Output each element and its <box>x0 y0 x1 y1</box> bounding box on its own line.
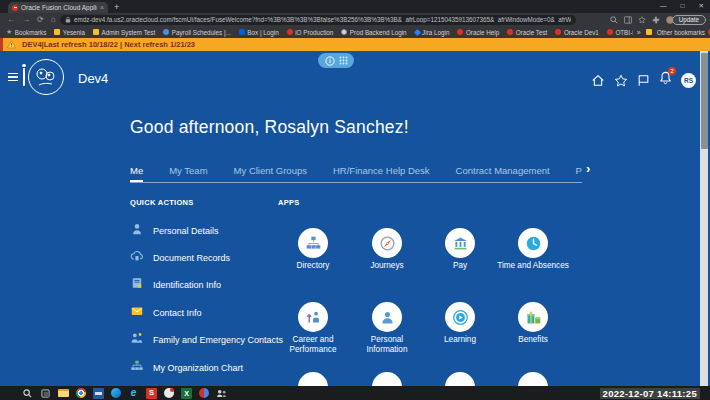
bookmark-prod-backend-login[interactable]: Prod Backend Login <box>341 29 406 36</box>
address-bar[interactable]: emdz-dev4.fa.us2.oraclecloud.com/fscmUI/… <box>60 15 576 25</box>
new-tab-button[interactable]: + <box>114 2 119 13</box>
tab-my-team[interactable]: My Team <box>169 157 207 182</box>
app-tile-partial[interactable] <box>350 372 424 386</box>
announcements-flag-icon[interactable] <box>637 74 650 87</box>
app-time-and-absences[interactable]: Time and Absences <box>496 228 570 271</box>
taskbar-app-red-s-icon[interactable]: S <box>146 388 157 399</box>
taskbar-internet-explorer-icon[interactable]: e <box>128 388 139 399</box>
bookmark-label: Oracle Dev1 <box>564 29 599 36</box>
oracle-icon <box>507 29 513 35</box>
bookmark-yesenia[interactable]: Yesenia <box>54 29 85 36</box>
quick-action-label: Identification Info <box>153 280 221 290</box>
taskbar-start-icon[interactable] <box>4 388 15 399</box>
bookmark-label: Jira Login <box>422 29 449 36</box>
user-avatar[interactable]: RS <box>681 73 696 88</box>
app-tile-partial[interactable] <box>423 372 497 386</box>
tab-projects[interactable]: Projects <box>576 157 582 182</box>
app-label: Career and Performance <box>276 335 350 355</box>
app-directory[interactable]: Directory <box>276 228 350 271</box>
bookmark-bookmarks[interactable]: ★Bookmarks <box>6 29 46 36</box>
reload-icon[interactable]: ⟳ <box>37 16 44 24</box>
browser-toolbar: ← → ⟳ ⌂ emdz-dev4.fa.us2.oraclecloud.com… <box>0 13 710 26</box>
app-learning[interactable]: Learning <box>423 302 497 345</box>
taskbar-excel-icon[interactable]: X <box>181 388 192 399</box>
app-tile-partial[interactable] <box>276 372 350 386</box>
bookmark-label: iO Production <box>295 29 333 36</box>
window-controls: — □ ✕ <box>660 0 704 13</box>
search-icon[interactable] <box>610 16 618 24</box>
tabs-scroll-chevron-icon[interactable]: › <box>586 161 590 176</box>
browser-update-button[interactable]: Update <box>672 15 706 25</box>
taskbar-word-icon[interactable] <box>93 388 104 399</box>
info-grid-pill[interactable] <box>318 53 354 68</box>
home-icon[interactable] <box>591 74 605 87</box>
favorites-star-icon[interactable] <box>614 74 628 87</box>
oracle-favicon-icon <box>12 5 18 11</box>
quick-action-label: Family and Emergency Contacts <box>153 335 283 345</box>
page-greeting: Good afternoon, Rosalyn Sanchez! <box>130 117 409 138</box>
bookmark-star-icon[interactable] <box>638 16 646 24</box>
waffle-grid-icon[interactable] <box>339 56 348 65</box>
bookmark-io-production[interactable]: iO Production <box>287 29 334 36</box>
browser-tab-title: Oracle Fusion Cloud Applications <box>21 4 97 11</box>
browser-home-icon[interactable]: ⌂ <box>51 16 56 24</box>
notifications-bell[interactable]: 2 <box>659 71 672 89</box>
info-icon[interactable] <box>325 56 335 66</box>
app-tile-partial[interactable] <box>496 372 570 386</box>
app-page: Dev4 2 RS Good afternoon, Rosalyn Sanche… <box>0 51 710 386</box>
app-label: Learning <box>423 335 497 345</box>
browser-tab[interactable]: Oracle Fusion Cloud Applications × <box>8 2 108 13</box>
quick-action-my-organization-chart[interactable]: My Organization Chart <box>130 354 270 381</box>
app-career-and-performance[interactable]: Career and Performance <box>276 302 350 355</box>
bookmark-jira-login[interactable]: Jira Login <box>415 29 450 36</box>
banner-accent-strip <box>0 38 3 51</box>
taskbar-chrome-icon[interactable] <box>76 388 86 398</box>
bookmark-oracle-dev1[interactable]: Oracle Dev1 <box>555 29 599 36</box>
side-panel-icon[interactable] <box>624 16 632 24</box>
time-clock-icon <box>518 228 548 258</box>
tab-my-client-groups[interactable]: My Client Groups <box>234 157 307 182</box>
extensions-icon[interactable] <box>652 16 660 24</box>
app-label: Directory <box>276 261 350 271</box>
taskbar-chrome-profile-icon[interactable] <box>164 388 174 398</box>
page-scrollbar[interactable] <box>700 51 708 386</box>
minimize-icon[interactable]: — <box>660 3 667 10</box>
quick-action-personal-details[interactable]: Personal Details <box>130 217 270 244</box>
other-bookmarks-label[interactable]: Other bookmarks <box>657 29 705 36</box>
quick-action-family-and-emergency-contacts[interactable]: Family and Emergency Contacts <box>130 327 270 354</box>
bookmark-box-login[interactable]: Box | Login <box>239 29 279 36</box>
app-journeys[interactable]: Journeys <box>350 228 424 271</box>
taskbar-search-icon[interactable] <box>22 388 33 399</box>
taskbar-app-blue-red-icon[interactable] <box>199 388 209 398</box>
partial-2 <box>372 372 402 386</box>
bookmark-payroll-schedules[interactable]: Payroll Schedules |... <box>163 29 231 36</box>
bookmark-admin-system-test[interactable]: Admin System Test <box>93 29 155 36</box>
tab-hr-finance-help-desk[interactable]: HR/Finance Help Desk <box>333 157 430 182</box>
app-benefits[interactable]: Benefits <box>496 302 570 345</box>
quick-action-contact-info[interactable]: Contact Info <box>130 299 270 326</box>
taskbar-task-view-icon[interactable] <box>40 388 51 399</box>
taskbar-contacts-icon[interactable] <box>216 388 227 399</box>
bookmarks-overflow-icon[interactable]: » <box>637 29 641 36</box>
tab-me[interactable]: Me <box>130 157 143 182</box>
taskbar-edge-icon[interactable] <box>111 388 121 398</box>
environment-banner: DEV4|Last refresh 10/18/22 | Next refres… <box>0 38 710 51</box>
quick-action-label: My Organization Chart <box>153 363 243 373</box>
back-icon[interactable]: ← <box>7 16 15 24</box>
quick-action-document-records[interactable]: Document Records <box>130 244 270 271</box>
cloud-document-icon <box>130 249 144 267</box>
bookmark-oracle-test[interactable]: Oracle Test <box>507 29 547 36</box>
hamburger-menu-icon[interactable] <box>8 73 18 81</box>
quick-action-identification-info[interactable]: Identification Info <box>130 272 270 299</box>
scrollbar-thumb[interactable] <box>701 53 708 149</box>
bookmark-oracle-help[interactable]: Oracle Help <box>457 29 499 36</box>
company-logo[interactable] <box>28 59 64 95</box>
forward-icon[interactable]: → <box>22 16 30 24</box>
app-personal-information[interactable]: Personal Information <box>350 302 424 355</box>
maximize-icon[interactable]: □ <box>681 3 685 10</box>
taskbar-file-explorer-icon[interactable] <box>58 389 69 397</box>
tab-contract-management[interactable]: Contract Management <box>456 157 550 182</box>
app-pay[interactable]: Pay <box>423 228 497 271</box>
window-close-icon[interactable]: ✕ <box>699 3 704 10</box>
tab-close-icon[interactable]: × <box>100 4 104 11</box>
